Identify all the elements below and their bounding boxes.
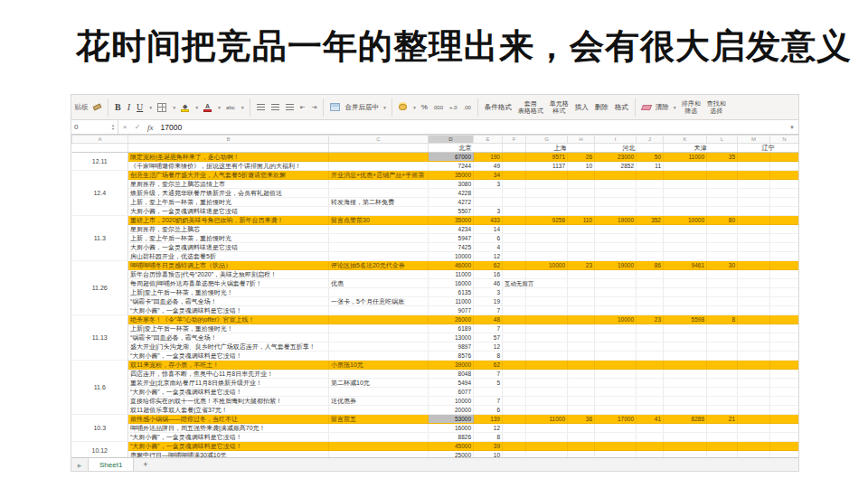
data-cell[interactable] xyxy=(595,451,637,458)
data-cell[interactable] xyxy=(738,361,770,370)
data-cell[interactable] xyxy=(664,370,707,379)
data-cell[interactable] xyxy=(568,388,595,397)
data-cell[interactable] xyxy=(526,333,568,343)
campaign-cell[interactable]: 绝杀寒冬！《令“羊”心动的offer》官宣上线！ xyxy=(128,315,329,324)
data-cell[interactable]: 10000 xyxy=(526,261,568,270)
region-header[interactable]: 上海 xyxy=(526,144,595,153)
data-cell[interactable] xyxy=(637,252,664,261)
data-cell[interactable] xyxy=(474,189,503,198)
data-cell[interactable] xyxy=(738,415,770,424)
data-cell[interactable] xyxy=(770,397,799,406)
data-cell[interactable] xyxy=(738,424,770,433)
data-cell[interactable] xyxy=(738,388,770,397)
data-cell[interactable]: 8 xyxy=(707,315,738,324)
data-cell[interactable]: 35 xyxy=(707,153,738,162)
data-cell[interactable]: 190 xyxy=(474,153,503,162)
clear-dropdown-icon[interactable]: ▼ xyxy=(673,105,677,110)
data-cell[interactable]: 11000 xyxy=(429,270,474,279)
data-cell[interactable] xyxy=(329,180,429,189)
data-cell[interactable] xyxy=(526,361,568,370)
campaign-cell[interactable]: 最性感小锅锅——陪你过冬，当红不让 xyxy=(128,415,329,424)
data-cell[interactable] xyxy=(707,243,738,252)
data-cell[interactable] xyxy=(329,388,429,397)
borders-button[interactable] xyxy=(156,98,168,117)
data-cell[interactable] xyxy=(568,352,595,361)
data-cell[interactable]: 6 xyxy=(474,234,503,243)
data-cell[interactable] xyxy=(738,297,770,306)
data-cell[interactable] xyxy=(738,442,770,451)
data-cell[interactable] xyxy=(568,171,595,180)
data-cell[interactable] xyxy=(503,261,526,270)
data-cell[interactable]: 5507 xyxy=(429,207,474,216)
data-cell[interactable]: 80 xyxy=(707,216,738,225)
data-cell[interactable] xyxy=(503,297,526,306)
percent-format-button[interactable]: % xyxy=(420,98,429,117)
data-cell[interactable] xyxy=(526,442,568,451)
data-cell[interactable] xyxy=(738,333,770,343)
data-cell[interactable] xyxy=(595,288,637,297)
decrease-decimal-button[interactable]: .00 xyxy=(462,98,473,117)
data-cell[interactable] xyxy=(526,207,568,216)
column-header-D[interactable]: D xyxy=(429,136,474,144)
data-cell[interactable] xyxy=(637,406,664,415)
data-cell[interactable] xyxy=(568,315,595,324)
data-cell[interactable] xyxy=(637,234,664,243)
merge-dropdown-icon[interactable]: ▼ xyxy=(382,105,387,110)
data-cell[interactable] xyxy=(707,379,738,388)
data-cell[interactable]: 9256 xyxy=(526,216,568,225)
region-header[interactable]: 天津 xyxy=(664,144,738,153)
date-label[interactable]: 10.12 xyxy=(72,442,128,458)
formula-value[interactable]: 17000 xyxy=(161,123,790,132)
data-cell[interactable] xyxy=(738,198,770,207)
campaign-cell[interactable]: 惠聚中行日—呷哺呷哺满30减10元 xyxy=(128,451,329,458)
campaign-cell[interactable]: 上新，爱上午后一杯茶，重拾慢时光 xyxy=(128,198,329,207)
data-cell[interactable]: 48 xyxy=(474,315,503,324)
data-cell[interactable] xyxy=(664,406,707,415)
column-header-G[interactable]: G xyxy=(526,136,568,144)
column-header-L[interactable]: L xyxy=(707,136,738,144)
data-cell[interactable] xyxy=(738,270,770,279)
data-cell[interactable] xyxy=(595,198,637,207)
column-header-J[interactable]: J xyxy=(637,136,664,144)
data-cell[interactable] xyxy=(664,162,707,171)
data-cell[interactable] xyxy=(738,225,770,234)
data-cell[interactable] xyxy=(503,424,526,433)
data-cell[interactable]: 送优惠券 xyxy=(329,397,429,406)
data-cell[interactable]: 7425 xyxy=(429,243,474,252)
data-cell[interactable]: 46000 xyxy=(429,261,474,270)
data-cell[interactable] xyxy=(526,252,568,261)
column-header-A[interactable]: A xyxy=(72,136,128,144)
data-cell[interactable] xyxy=(329,315,429,324)
data-cell[interactable] xyxy=(738,406,770,415)
data-cell[interactable] xyxy=(637,171,664,180)
data-cell[interactable] xyxy=(738,324,770,333)
data-cell[interactable]: 4 xyxy=(474,243,503,252)
data-cell[interactable] xyxy=(329,352,429,361)
data-cell[interactable] xyxy=(568,442,595,451)
campaign-cell[interactable]: 直接给你实在的双十一优惠！不抢后悔到大腿都拍紫！ xyxy=(128,397,329,406)
column-header-M[interactable]: M xyxy=(738,136,770,144)
data-cell[interactable]: 8826 xyxy=(429,433,474,442)
campaign-cell[interactable]: 重装开业|北京南站餐厅11月8日焕新升级开业！ xyxy=(128,379,329,388)
data-cell[interactable] xyxy=(707,333,738,343)
column-header-C[interactable]: C xyxy=(329,136,429,144)
data-cell[interactable] xyxy=(503,415,526,424)
data-cell[interactable]: 10 xyxy=(474,451,503,458)
currency-dropdown-icon[interactable]: ▼ xyxy=(412,105,417,110)
data-cell[interactable] xyxy=(637,243,664,252)
format-button[interactable]: 格式 xyxy=(613,98,630,117)
data-cell[interactable] xyxy=(637,306,664,315)
data-cell[interactable] xyxy=(329,451,429,458)
data-cell[interactable] xyxy=(329,324,429,333)
data-cell[interactable] xyxy=(637,207,664,216)
data-cell[interactable] xyxy=(568,288,595,297)
column-header-N[interactable]: N xyxy=(770,136,799,144)
data-cell[interactable] xyxy=(707,324,738,333)
data-cell[interactable] xyxy=(637,442,664,451)
data-cell[interactable]: 11000 xyxy=(664,153,707,162)
data-cell[interactable]: 互动无留言 xyxy=(503,279,526,288)
data-cell[interactable] xyxy=(503,162,526,171)
data-cell[interactable] xyxy=(738,189,770,198)
data-cell[interactable] xyxy=(503,171,526,180)
campaign-cell[interactable]: 上新|爱上午后一杯茶，重拾慢时光！ xyxy=(128,288,329,297)
